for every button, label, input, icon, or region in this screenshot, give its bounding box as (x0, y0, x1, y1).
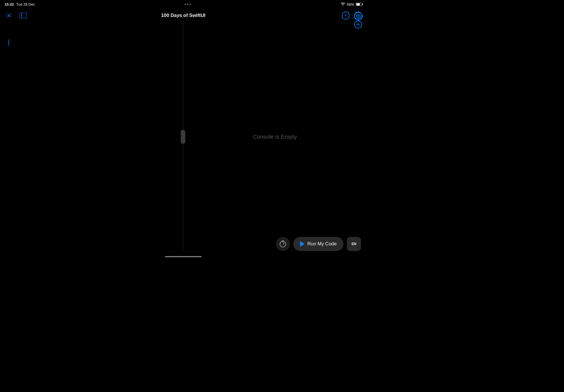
play-icon (300, 241, 305, 247)
svg-rect-0 (19, 13, 27, 18)
home-indicator (165, 256, 202, 257)
main-content: Console is Empty (0, 23, 367, 251)
keyboard-button[interactable]: EN (347, 237, 361, 251)
dot-2 (187, 4, 188, 5)
battery-percent: 68% (347, 2, 354, 6)
status-bar: 15:22 Tue 28 Dec 68% (0, 0, 367, 8)
timer-icon (279, 240, 287, 248)
settings-button[interactable] (354, 21, 362, 28)
status-time: 15:22 (5, 2, 14, 6)
settings-outer-button[interactable] (354, 12, 363, 21)
sidebar-toggle-button[interactable] (19, 11, 28, 20)
status-date: Tue 28 Dec (16, 2, 35, 6)
nav-title: 100 Days of SwiftUI (161, 13, 206, 18)
run-label: Run My Code (307, 241, 337, 247)
timer-button[interactable] (276, 237, 290, 251)
status-bar-center (184, 4, 191, 5)
sidebar-icon (19, 13, 27, 18)
add-button[interactable]: + (342, 12, 350, 19)
dot-1 (184, 4, 186, 5)
battery-fill (356, 3, 360, 5)
text-cursor (8, 39, 9, 46)
bottom-toolbar: Run My Code EN (0, 231, 367, 259)
close-icon (6, 13, 12, 18)
svg-line-10 (283, 243, 284, 244)
svg-point-2 (358, 24, 359, 25)
console-empty-text: Console is Empty (253, 134, 297, 140)
close-button[interactable] (5, 11, 14, 20)
settings-gear-icon (356, 14, 361, 19)
status-bar-right: 68% (341, 2, 362, 6)
wifi-icon (341, 3, 345, 6)
nav-bar: 100 Days of SwiftUI + (0, 8, 367, 23)
battery-icon (356, 3, 362, 6)
divider-handle[interactable] (181, 130, 185, 144)
editor-panel[interactable] (0, 23, 183, 251)
settings-icon-svg (356, 22, 360, 27)
keyboard-language: EN (352, 242, 356, 246)
run-button[interactable]: Run My Code (293, 237, 343, 251)
svg-point-7 (358, 16, 359, 17)
nav-left (5, 11, 28, 20)
dot-3 (190, 4, 191, 5)
console-panel: Console is Empty (183, 23, 367, 251)
status-bar-left: 15:22 Tue 28 Dec (5, 2, 35, 6)
